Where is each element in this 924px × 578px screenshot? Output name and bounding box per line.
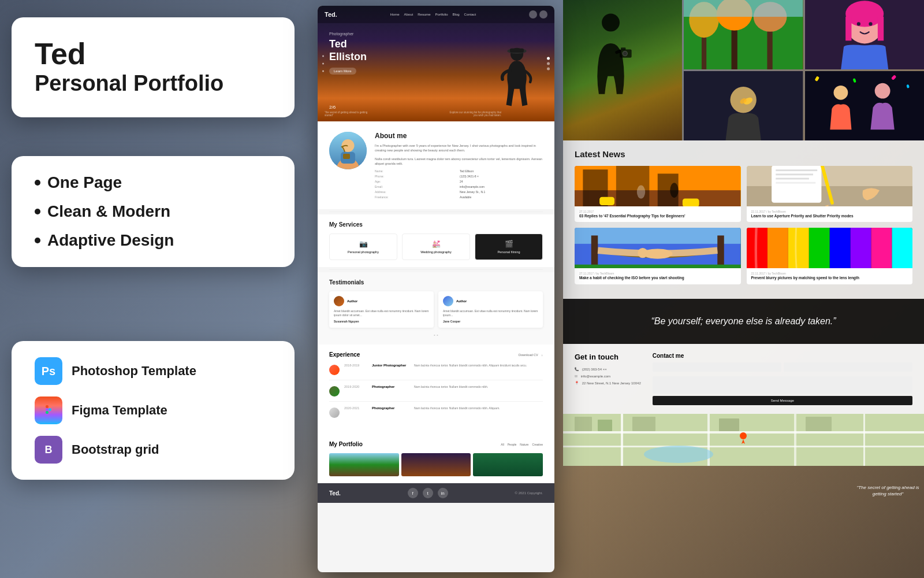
service-personal-photo[interactable]: 📷 Personal photography <box>329 234 397 260</box>
nav-blog[interactable]: Blog <box>453 13 460 16</box>
form-row-name <box>653 362 912 372</box>
nav-contact[interactable]: Contact <box>464 13 476 16</box>
svg-rect-77 <box>563 414 924 466</box>
testimonials-title: Testimonials <box>329 279 543 286</box>
bottom-right-quote: "The secret of getting ahead is getting … <box>855 484 921 497</box>
hero-silhouette <box>497 46 537 116</box>
testimonial-2: Author Amet blandit accumsan. Est vitae … <box>438 291 543 328</box>
news-meta-4: 22.11.2017 / by TechBloom Prevent blurry… <box>747 268 913 284</box>
website-preview: Ted. Home About Resume Portfolio Blog Co… <box>318 6 554 572</box>
filter-people[interactable]: People <box>508 443 517 446</box>
test-author-2: Author <box>443 296 538 306</box>
photo-cell-5 <box>805 71 924 140</box>
site-portfolio-section: My Portfolio All People Nature Creative <box>318 434 554 483</box>
detail-addr-val: New Jersey St., N.1 <box>460 190 543 194</box>
exp-year-2: 2019-2020 <box>344 385 367 388</box>
form-first-name[interactable] <box>653 362 781 372</box>
bullet-icon <box>35 209 40 214</box>
svg-rect-57 <box>776 178 809 180</box>
nav-menu-icon[interactable] <box>539 10 547 18</box>
nav-portfolio[interactable]: Portfolio <box>435 13 448 16</box>
news-thumb-1 <box>575 166 741 206</box>
svg-point-37 <box>833 86 848 100</box>
contact-address: 📍 22 New Street, N.1 New Jersey 10042 <box>575 380 641 387</box>
test-name-2: Author <box>456 299 467 303</box>
filter-nature[interactable]: Nature <box>520 443 528 446</box>
detail-age-val: 24 <box>460 180 543 183</box>
news-meta-3: 27.11.2017 / by TechBloom Make a habit o… <box>575 268 741 284</box>
svg-rect-83 <box>863 414 865 466</box>
photo-cell-2 <box>684 0 803 69</box>
svg-rect-50 <box>599 197 614 205</box>
testimonial-dots: • • <box>329 332 543 338</box>
service-wedding-photo[interactable]: 💒 Wedding photography <box>402 234 470 260</box>
nav-search-icon[interactable] <box>529 10 537 18</box>
svg-rect-72 <box>808 228 829 268</box>
news-grid: 27.11.2017 03 Replies to '47 Essential P… <box>575 166 912 284</box>
exp-role-1: Junior Photographer <box>372 364 409 367</box>
figma-icon <box>35 397 62 424</box>
portfolio-title: My Portfolio <box>329 441 363 447</box>
nav-about[interactable]: About <box>404 13 413 16</box>
news-title-2: Learn to use Aperture Priority and Shutt… <box>751 214 908 218</box>
test-sig-1: Susannah Nguyen <box>334 320 429 323</box>
test-text-2: Amet blandit accumsan. Est vitae nulla e… <box>443 309 538 317</box>
nav-home[interactable]: Home <box>390 13 400 16</box>
form-last-name[interactable] <box>784 362 912 372</box>
download-cv[interactable]: Download CV ↓ <box>519 353 543 357</box>
detail-free-label: Freelance: <box>375 195 458 199</box>
test-avatar-1 <box>334 296 344 306</box>
about-title: About me <box>375 132 543 140</box>
exp-dot-3 <box>329 407 340 418</box>
svg-rect-55 <box>776 169 817 171</box>
hero-quote-right: Explore our stunning list for photograph… <box>449 111 501 117</box>
portfolio-thumb-1[interactable] <box>329 453 399 476</box>
news-card-3[interactable]: 27.11.2017 / by TechBloom Make a habit o… <box>575 228 741 284</box>
svg-rect-15 <box>621 47 625 50</box>
news-card-1[interactable]: 27.11.2017 03 Replies to '47 Essential P… <box>575 166 741 222</box>
nav-resume[interactable]: Resume <box>418 13 430 16</box>
portfolio-thumb-2[interactable] <box>401 453 471 476</box>
bullet-icon <box>35 238 40 243</box>
svg-point-38 <box>874 83 890 99</box>
form-message[interactable] <box>653 376 912 394</box>
brand-subtitle: Personal Portfolio <box>35 71 271 97</box>
svg-rect-56 <box>776 173 813 175</box>
svg-rect-87 <box>719 418 739 431</box>
svg-point-48 <box>637 186 645 199</box>
portfolio-thumb-3[interactable] <box>473 453 543 476</box>
divider-1 <box>329 212 543 212</box>
testimonials-row: Author Amet blandit accumsan. Est vitae … <box>329 291 543 328</box>
dot-active <box>547 57 550 60</box>
news-thumb-3 <box>575 228 741 268</box>
filter-creative[interactable]: Creative <box>532 443 543 446</box>
filter-all[interactable]: All <box>501 443 504 446</box>
svg-rect-2 <box>46 408 49 411</box>
news-card-2[interactable]: 22.11.2017 / by TechBloom Learn to use A… <box>747 166 913 222</box>
services-title: My Services <box>329 221 543 228</box>
hero-cta[interactable]: Learn More <box>329 68 356 75</box>
tools-card: Ps Photoshop Template Figma Template B B… <box>12 341 295 480</box>
map-section <box>563 414 924 466</box>
svg-rect-64 <box>717 236 724 269</box>
personal-photo-label: Personal photography <box>333 250 393 254</box>
svg-rect-51 <box>683 199 699 206</box>
social-tw[interactable]: t <box>423 488 433 498</box>
services-grid: 📷 Personal photography 💒 Wedding photogr… <box>329 234 543 260</box>
site-about-section: About me I'm a Photographer with over 5 … <box>318 121 554 209</box>
social-fb[interactable]: f <box>408 488 418 498</box>
svg-point-49 <box>670 183 678 198</box>
form-submit-button[interactable]: Send Message <box>653 396 912 405</box>
detail-name-val: Ted Ellison <box>460 169 543 173</box>
exp-role-2: Photographer <box>372 385 409 388</box>
social-in[interactable]: in <box>438 488 448 498</box>
news-title-1: 03 Replies to '47 Essential Photography … <box>579 214 736 218</box>
detail-phone-label: Phone: <box>375 175 458 178</box>
brand-name: Ted <box>35 38 271 71</box>
svg-rect-29 <box>878 17 884 40</box>
detail-age-label: Age: <box>375 180 458 183</box>
test-author-1: Author <box>334 296 429 306</box>
exp-role-3: Photographer <box>372 406 409 410</box>
service-personal-filming[interactable]: 🎬 Personal filming <box>475 234 543 260</box>
news-card-4[interactable]: 22.11.2017 / by TechBloom Prevent blurry… <box>747 228 913 284</box>
